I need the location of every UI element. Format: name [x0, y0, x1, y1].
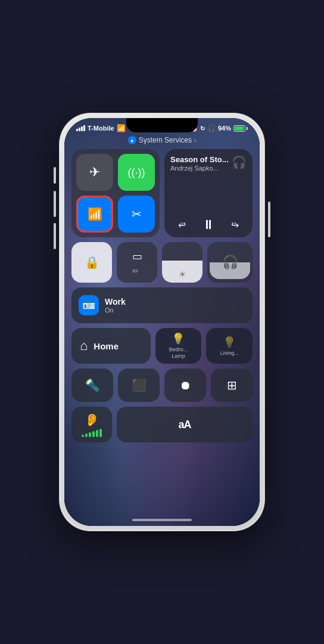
wifi-status-icon: 📶	[117, 124, 126, 132]
now-playing-title: Season of Sto...	[170, 155, 229, 164]
rewind-button[interactable]: ↩15	[178, 219, 186, 231]
home-icon: ⌂	[80, 338, 88, 354]
airplane-mode-button[interactable]: ✈	[76, 154, 113, 191]
sync-icon: ↻	[200, 125, 205, 132]
bluetooth-button[interactable]: ✂	[118, 196, 155, 233]
signal-bars	[76, 125, 85, 131]
timer-icon: ⬛	[132, 378, 147, 392]
battery-indicator	[233, 125, 248, 132]
focus-sublabel: On	[105, 306, 126, 314]
home-label: Home	[94, 341, 119, 351]
row-quick-tiles: 🔒 ▭▭ ☀	[71, 242, 253, 283]
now-playing-widget: Season of Sto... Andrzej Sapko... 🎧 ↩15 …	[164, 149, 253, 237]
chevron-right-icon: ›	[194, 137, 196, 144]
screen-mirror-button[interactable]: ▭▭	[117, 242, 157, 283]
phone-frame: T-Mobile 📶 ▲ ⏰ ↻ 🎧 94%	[60, 113, 264, 531]
carrier-label: T-Mobile	[88, 125, 114, 132]
focus-text: Work On	[105, 297, 126, 314]
cellular-button[interactable]: ((·))	[118, 154, 155, 191]
focus-icon: 🪪	[82, 299, 95, 312]
now-playing-info: Season of Sto... Andrzej Sapko...	[170, 155, 229, 172]
screen-content: T-Mobile 📶 ▲ ⏰ ↻ 🎧 94%	[64, 118, 260, 526]
now-playing-controls: ↩15 ⏸ ↪15	[170, 213, 247, 233]
brightness-slider[interactable]: ☀	[162, 242, 202, 283]
screen-record-button[interactable]: ⏺	[164, 369, 206, 402]
phone-screen: T-Mobile 📶 ▲ ⏰ ↻ 🎧 94%	[64, 118, 260, 526]
system-services-label: System Services	[139, 136, 192, 144]
wifi-icon: 📶	[88, 207, 102, 221]
status-left: T-Mobile 📶	[76, 124, 126, 132]
forward-button[interactable]: ↪15	[231, 219, 239, 231]
bluetooth-icon: ✂	[132, 207, 142, 221]
hearing-icon: 👂	[85, 413, 99, 427]
bedroom-lamp-label: Bedro...Lamp	[169, 346, 188, 360]
screen-mirror-icon: ▭▭	[132, 250, 142, 275]
hearing-bars	[82, 429, 102, 437]
row-focus: 🪪 Work On	[71, 287, 253, 323]
brightness-icon: ☀	[179, 270, 186, 279]
volume-down-button[interactable]	[54, 223, 56, 249]
home-button[interactable]: ⌂ Home	[71, 328, 151, 364]
airplane-icon: ✈	[89, 165, 100, 180]
hearing-button[interactable]: 👂	[71, 407, 112, 442]
flashlight-button[interactable]: 🔦	[71, 369, 113, 402]
living-lamp-button[interactable]: 💡 Living...	[206, 328, 253, 364]
row-bottom: 👂 aA	[71, 407, 253, 442]
row-connectivity: ✈ ((·)) 📶 ✂	[71, 149, 253, 237]
volume-slider[interactable]: 🎧	[207, 242, 253, 283]
location-arrow-icon: ▲	[128, 136, 136, 144]
airpods-volume-icon: 🎧	[222, 255, 238, 270]
notch	[126, 118, 198, 132]
location-bar[interactable]: ▲ System Services ›	[64, 135, 260, 147]
now-playing-artist: Andrzej Sapko...	[170, 165, 229, 172]
volume-up-button[interactable]	[54, 191, 56, 217]
text-size-button[interactable]: aA	[117, 407, 253, 442]
battery-percent: 94%	[218, 125, 231, 132]
airpods-icon: 🎧	[232, 155, 247, 169]
calculator-icon: ⊞	[227, 378, 237, 392]
now-playing-header: Season of Sto... Andrzej Sapko... 🎧	[170, 155, 247, 172]
font-size-label: aA	[178, 419, 191, 431]
record-icon: ⏺	[179, 379, 191, 392]
calculator-button[interactable]: ⊞	[211, 369, 253, 402]
flashlight-icon: 🔦	[85, 378, 100, 392]
control-center: ✈ ((·)) 📶 ✂	[64, 147, 260, 515]
headphones-icon: 🎧	[207, 125, 216, 132]
focus-icon-wrapper: 🪪	[79, 295, 99, 315]
power-button[interactable]	[268, 202, 270, 237]
cellular-icon: ((·))	[128, 166, 145, 179]
bedroom-lamp-icon: 💡	[172, 332, 185, 345]
living-lamp-icon: 💡	[223, 336, 236, 349]
pause-button[interactable]: ⏸	[202, 217, 215, 233]
bedroom-lamp-button[interactable]: 💡 Bedro...Lamp	[155, 328, 202, 364]
focus-button[interactable]: 🪪 Work On	[71, 287, 253, 323]
home-bar	[132, 519, 192, 521]
row-utilities: 🔦 ⬛ ⏺ ⊞	[71, 369, 253, 402]
living-lamp-label: Living...	[220, 350, 239, 357]
timer-button[interactable]: ⬛	[118, 369, 160, 402]
home-indicator	[64, 515, 260, 526]
connectivity-grid: ✈ ((·)) 📶 ✂	[71, 149, 160, 237]
focus-label: Work	[105, 297, 126, 306]
rotation-lock-icon: 🔒	[85, 255, 99, 270]
rotation-lock-button[interactable]: 🔒	[71, 242, 112, 283]
wifi-button[interactable]: 📶	[76, 196, 113, 233]
row-home: ⌂ Home 💡 Bedro...Lamp 💡 Living...	[71, 328, 253, 364]
silent-switch[interactable]	[54, 167, 56, 184]
